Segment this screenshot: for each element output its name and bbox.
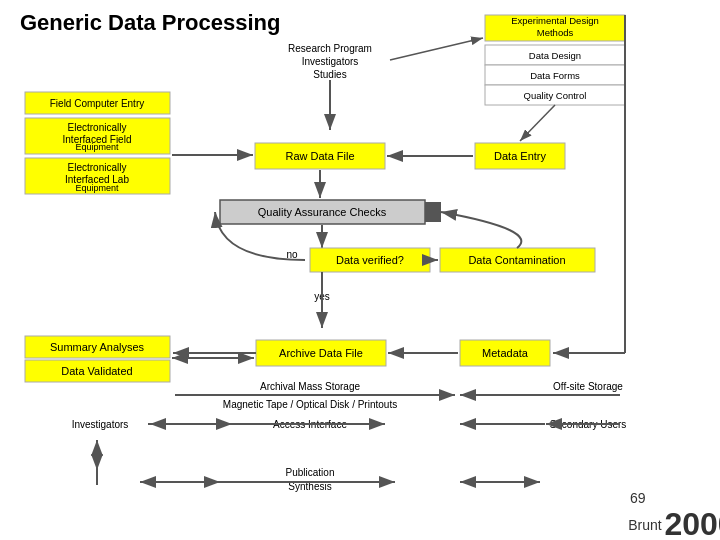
no-label: no xyxy=(286,249,298,260)
summary-analyses-label: Summary Analyses xyxy=(50,341,145,353)
exp-design-label2: Methods xyxy=(537,27,574,38)
data-verified-label: Data verified? xyxy=(336,254,404,266)
archive-data-label: Archive Data File xyxy=(279,347,363,359)
svg-line-12 xyxy=(520,105,555,141)
electronically-lab-label3: Equipment xyxy=(75,183,119,193)
data-validated-label: Data Validated xyxy=(61,365,132,377)
brunt-label: Brunt xyxy=(628,517,662,533)
electronically-field-label3: Equipment xyxy=(75,142,119,152)
data-forms-label: Data Forms xyxy=(530,70,580,81)
page-number: 69 xyxy=(630,490,646,506)
research-program-label: Research Program xyxy=(288,43,372,54)
year-label: 2000 xyxy=(664,506,720,540)
electronically-lab-label1: Electronically xyxy=(68,162,127,173)
magnetic-tape-label: Magnetic Tape / Optical Disk / Printouts xyxy=(223,399,397,410)
exp-design-label1: Experimental Design xyxy=(511,15,599,26)
data-entry-label: Data Entry xyxy=(494,150,546,162)
publication-label: Publication xyxy=(286,467,335,478)
field-computer-label: Field Computer Entry xyxy=(50,98,144,109)
page-title: Generic Data Processing xyxy=(20,10,280,35)
archival-mass-label: Archival Mass Storage xyxy=(260,381,360,392)
quality-control-label: Quality Control xyxy=(524,90,587,101)
electronically-field-label1: Electronically xyxy=(68,122,127,133)
data-contamination-label: Data Contamination xyxy=(468,254,565,266)
investigators-label: Investigators xyxy=(302,56,359,67)
studies-label: Studies xyxy=(313,69,346,80)
metadata-label: Metadata xyxy=(482,347,529,359)
data-design-label: Data Design xyxy=(529,50,581,61)
raw-data-label: Raw Data File xyxy=(285,150,354,162)
qa-dark-square xyxy=(425,202,441,222)
qa-checks-label: Quality Assurance Checks xyxy=(258,206,387,218)
svg-line-8 xyxy=(390,38,483,60)
investigators-bottom-label: Investigators xyxy=(72,419,129,430)
off-site-label: Off-site Storage xyxy=(553,381,623,392)
